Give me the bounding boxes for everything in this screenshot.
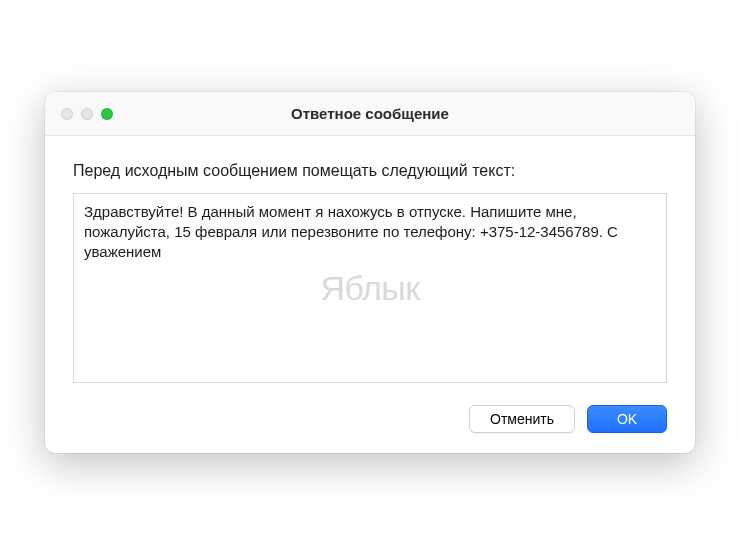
prompt-label: Перед исходным сообщением помещать следу… <box>73 160 667 182</box>
window-title: Ответное сообщение <box>45 105 695 122</box>
reply-message-textarea[interactable] <box>74 194 666 382</box>
ok-button[interactable]: OK <box>587 405 667 433</box>
dialog-window: Ответное сообщение Перед исходным сообще… <box>45 92 695 452</box>
traffic-lights <box>45 108 113 120</box>
button-row: Отменить OK <box>73 405 667 433</box>
textarea-container: Яблык <box>73 193 667 383</box>
zoom-icon[interactable] <box>101 108 113 120</box>
minimize-icon[interactable] <box>81 108 93 120</box>
dialog-content: Перед исходным сообщением помещать следу… <box>45 136 695 452</box>
titlebar: Ответное сообщение <box>45 92 695 136</box>
cancel-button[interactable]: Отменить <box>469 405 575 433</box>
close-icon[interactable] <box>61 108 73 120</box>
